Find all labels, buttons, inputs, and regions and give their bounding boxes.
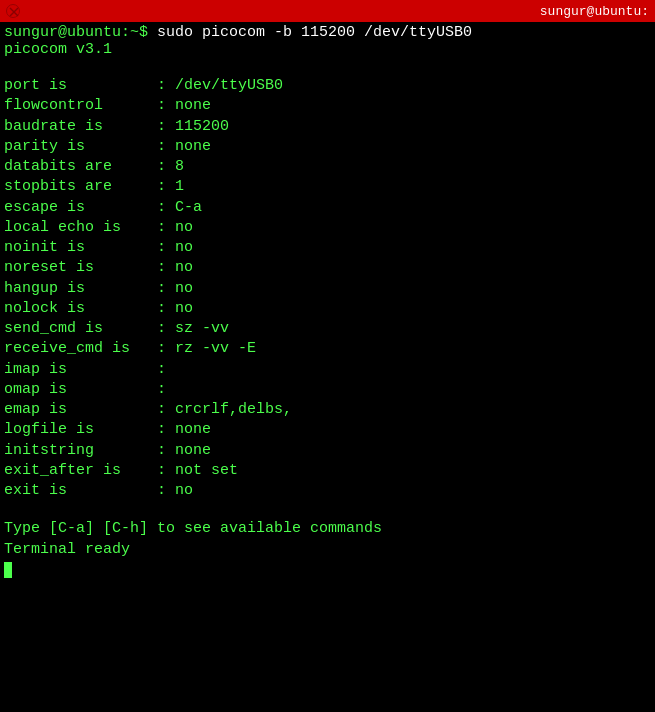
config-line-item: imap is : <box>4 360 651 380</box>
config-line-item: flowcontrol : none <box>4 96 651 116</box>
cursor <box>4 562 12 578</box>
user-host: sungur@ubuntu:~$ <box>4 24 157 41</box>
config-line-item: initstring : none <box>4 441 651 461</box>
config-line-item: nolock is : no <box>4 299 651 319</box>
config-line-item: noreset is : no <box>4 258 651 278</box>
config-line-item: emap is : crcrlf,delbs, <box>4 400 651 420</box>
config-line-item: exit_after is : not set <box>4 461 651 481</box>
config-line-item: send_cmd is : sz -vv <box>4 319 651 339</box>
config-line-item: port is : /dev/ttyUSB0 <box>4 76 651 96</box>
title-bar-title: sungur@ubuntu: <box>540 4 649 19</box>
cursor-line <box>4 560 651 578</box>
config-line-item: hangup is : no <box>4 279 651 299</box>
config-line-item: databits are : 8 <box>4 157 651 177</box>
prompt-line: sungur@ubuntu:~$ sudo picocom -b 115200 … <box>4 24 651 41</box>
title-bar-buttons <box>6 4 20 18</box>
terminal: sungur@ubuntu:~$ sudo picocom -b 115200 … <box>0 22 655 712</box>
config-line-item: exit is : no <box>4 481 651 501</box>
blank-line-1 <box>4 58 651 76</box>
config-line-item: omap is : <box>4 380 651 400</box>
config-line-item: baudrate is : 115200 <box>4 117 651 137</box>
title-bar: sungur@ubuntu: <box>0 0 655 22</box>
config-line-item: local echo is : no <box>4 218 651 238</box>
config-line-item: noinit is : no <box>4 238 651 258</box>
ready-line: Terminal ready <box>4 540 651 560</box>
config-line-item: logfile is : none <box>4 420 651 440</box>
help-line: Type [C-a] [C-h] to see available comman… <box>4 519 651 539</box>
config-line-item: receive_cmd is : rz -vv -E <box>4 339 651 359</box>
command-text: sudo picocom -b 115200 /dev/ttyUSB0 <box>157 24 472 41</box>
version-line: picocom v3.1 <box>4 41 651 58</box>
config-line-item: stopbits are : 1 <box>4 177 651 197</box>
blank-line-2 <box>4 501 651 519</box>
close-icon[interactable] <box>6 4 20 18</box>
config-line-item: escape is : C-a <box>4 198 651 218</box>
config-line-item: parity is : none <box>4 137 651 157</box>
config-block: port is : /dev/ttyUSB0flowcontrol : none… <box>4 76 651 501</box>
